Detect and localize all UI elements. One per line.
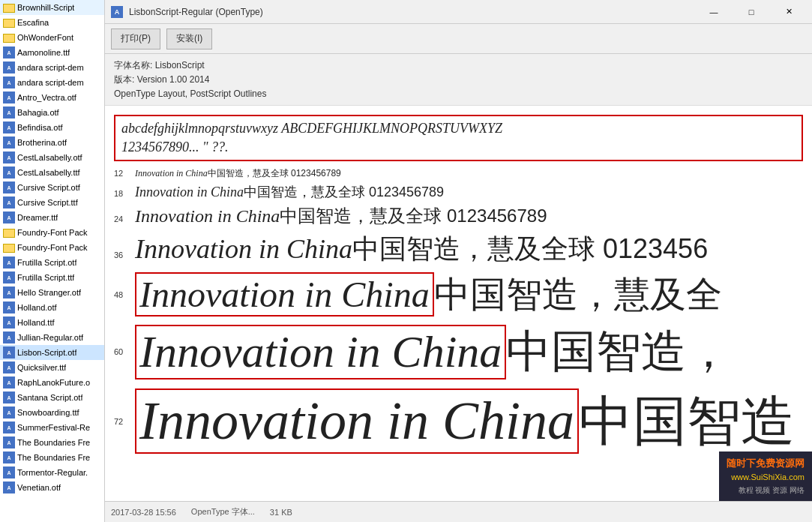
ttf-icon: A: [3, 316, 15, 328]
size-label-48: 48: [114, 290, 135, 299]
file-item[interactable]: AAntro_Vectra.otf: [0, 90, 104, 105]
size-label-12: 12: [114, 169, 135, 178]
preview-text-36: Innovation in China: [135, 233, 352, 265]
ttf-icon: A: [3, 46, 15, 58]
otf-icon: A: [3, 466, 15, 478]
file-name: Lisbon-Script.otf: [17, 348, 76, 357]
file-item[interactable]: ABahagia.otf: [0, 105, 104, 120]
file-item[interactable]: ACestLaIsabelly.otf: [0, 150, 104, 165]
file-name: Foundry-Font Pack: [17, 228, 88, 237]
file-item[interactable]: Aandara script-dem: [0, 60, 104, 75]
minimize-button[interactable]: —: [697, 4, 731, 20]
file-name: Frutilla Script.otf: [17, 258, 76, 267]
file-item[interactable]: ASummerFestival-Re: [0, 420, 104, 435]
folder-icon: [3, 244, 15, 253]
file-item[interactable]: AThe Boundaries Fre: [0, 435, 104, 450]
file-item[interactable]: ABefindisa.otf: [0, 120, 104, 135]
watermark-url: www.SuiShiXia.com: [727, 471, 805, 484]
folder-icon: [3, 19, 15, 28]
bottom-bar: 2017-03-28 15:56 OpenType 字体... 31 KB: [105, 501, 812, 522]
file-item[interactable]: AHolland.otf: [0, 300, 104, 315]
file-name: andara script-dem: [17, 78, 84, 87]
file-name: Venetian.otf: [17, 483, 61, 492]
file-name: Santana Script.otf: [17, 393, 82, 402]
file-item[interactable]: AAamonoline.ttf: [0, 45, 104, 60]
file-item[interactable]: ACestLaIsabelly.ttf: [0, 165, 104, 180]
file-item[interactable]: ASnowboarding.ttf: [0, 405, 104, 420]
print-button[interactable]: 打印(P): [111, 28, 160, 50]
window-controls: — □ ✕: [697, 4, 806, 20]
right-panel: A LisbonScript-Regular (OpenType) — □ ✕ …: [105, 0, 812, 522]
file-list[interactable]: Brownhill-ScriptEscafinaOhWonderFontAAam…: [0, 0, 105, 522]
maximize-button[interactable]: □: [734, 4, 769, 20]
file-item[interactable]: Aandara script-dem: [0, 75, 104, 90]
file-item[interactable]: AHello Stranger.otf: [0, 285, 104, 300]
ttf-icon: A: [3, 166, 15, 178]
file-item[interactable]: ACursive Script.otf: [0, 180, 104, 195]
file-name: Frutilla Script.ttf: [17, 273, 74, 282]
preview-box-72: Innovation in China: [135, 388, 579, 454]
size-label-60: 60: [114, 347, 135, 356]
ttf-icon: A: [3, 76, 15, 88]
file-name: SummerFestival-Re: [17, 423, 90, 432]
file-name: OhWonderFont: [17, 33, 73, 42]
file-item[interactable]: AHolland.ttf: [0, 315, 104, 330]
otf-icon: A: [3, 422, 15, 434]
file-item[interactable]: AFrutilla Script.ttf: [0, 270, 104, 285]
watermark: 随时下免费资源网 www.SuiShiXia.com 教程 视频 资源 网络: [719, 452, 812, 501]
file-item[interactable]: AThe Boundaries Fre: [0, 450, 104, 465]
file-item[interactable]: ATormentor-Regular.: [0, 465, 104, 480]
file-item[interactable]: ADreamer.ttf: [0, 210, 104, 225]
otf-icon: A: [3, 106, 15, 118]
title-bar: A LisbonScript-Regular (OpenType) — □ ✕: [105, 0, 812, 24]
file-name: Holland.ttf: [17, 318, 55, 327]
close-button[interactable]: ✕: [772, 4, 806, 20]
file-name: Dreamer.ttf: [17, 213, 58, 222]
file-item[interactable]: AJullian-Regular.otf: [0, 330, 104, 345]
install-button[interactable]: 安装(I): [166, 28, 212, 50]
ttf-icon: A: [3, 212, 15, 224]
preview-cn-24: 中国智造，慧及全球 0123456789: [280, 204, 547, 228]
file-name: Holland.otf: [17, 303, 57, 312]
file-item[interactable]: Foundry-Font Pack: [0, 240, 104, 255]
file-item[interactable]: ALisbon-Script.otf: [0, 345, 104, 360]
preview-row-24: 24 Innovation in China 中国智造，慧及全球 0123456…: [105, 202, 812, 230]
otf-icon: A: [3, 182, 15, 194]
file-item[interactable]: ACursive Script.ttf: [0, 195, 104, 210]
otf-icon: A: [3, 482, 15, 494]
preview-cn-12: 中国智造，慧及全球 0123456789: [208, 167, 341, 180]
otf-icon: A: [3, 256, 15, 268]
file-item[interactable]: Escafina: [0, 15, 104, 30]
otf-icon: A: [3, 376, 15, 388]
preview-area: abcdefghijklmnopqrstuvwxyz ABCDEFGHIJKLM…: [105, 106, 812, 501]
file-name: The Boundaries Fre: [17, 438, 90, 447]
preview-box-48: Innovation in China: [135, 272, 434, 316]
file-name: Foundry-Font Pack: [17, 243, 88, 252]
file-item[interactable]: OhWonderFont: [0, 30, 104, 45]
file-name: Quicksilver.ttf: [17, 363, 66, 372]
file-name: Brownhill-Script: [17, 3, 74, 12]
file-name: Brotherina.otf: [17, 138, 67, 147]
folder-icon: [3, 229, 15, 238]
preview-cn-36: 中国智造，慧及全球 0123456: [352, 231, 708, 268]
preview-cn-72: 中国智造: [579, 386, 795, 458]
file-item[interactable]: Brownhill-Script: [0, 0, 104, 15]
file-item[interactable]: ARaphLanokFuture.o: [0, 375, 104, 390]
file-item[interactable]: AVenetian.otf: [0, 480, 104, 495]
preview-row-36: 36 Innovation in China 中国智造，慧及全球 0123456: [105, 230, 812, 269]
otf-icon: A: [3, 286, 15, 298]
ttf-icon: A: [3, 406, 15, 418]
otf-icon: A: [3, 392, 15, 404]
file-name: Escafina: [17, 18, 49, 27]
file-name: Befindisa.otf: [17, 123, 63, 132]
file-item[interactable]: AFrutilla Script.otf: [0, 255, 104, 270]
toolbar: 打印(P) 安装(I): [105, 24, 812, 54]
preview-cn-48: 中国智造，慧及全: [434, 271, 722, 319]
preview-row-72: 72 Innovation in China 中国智造: [105, 384, 812, 459]
preview-cn-18: 中国智造，慧及全球 0123456789: [244, 183, 444, 201]
file-item[interactable]: ABrotherina.otf: [0, 135, 104, 150]
file-item[interactable]: ASantana Script.otf: [0, 390, 104, 405]
file-item[interactable]: AQuicksilver.ttf: [0, 360, 104, 375]
ttf-icon: A: [3, 272, 15, 284]
file-item[interactable]: Foundry-Font Pack: [0, 225, 104, 240]
